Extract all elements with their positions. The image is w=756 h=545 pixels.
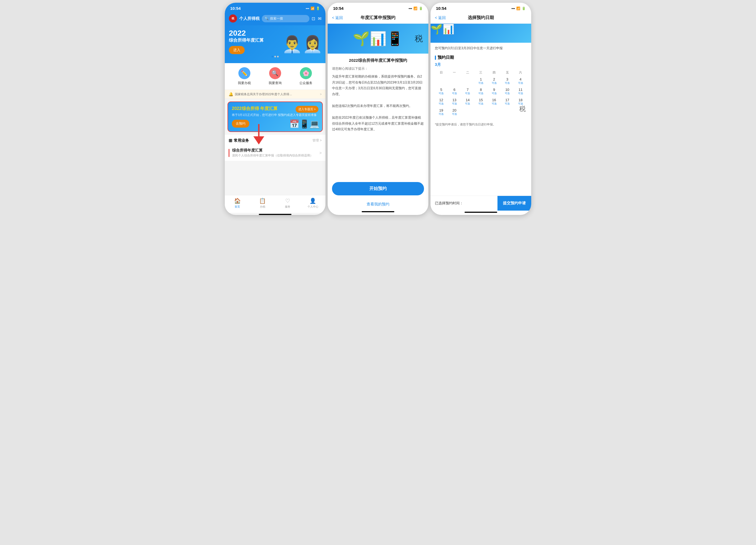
list-item-annual[interactable]: 综合所得年度汇算 居民个人综合所得年度汇算申报（仅取得境内综合所得适用） > (225, 145, 325, 161)
start-reserve-button[interactable]: 开始预约 (332, 182, 424, 195)
bottom-action: 已选择预约时间： 提交预约申请 (431, 196, 531, 211)
cal-num-1: 1 (480, 77, 482, 81)
home-indicator-2 (362, 211, 394, 212)
search-placeholder: 搜索一搜 (270, 16, 283, 21)
wifi-icon: 📶 (311, 7, 315, 10)
nav-title-2: 年度汇算申报预约 (361, 15, 395, 21)
cal-sub-9: 可选 (492, 92, 497, 95)
app-header: 税 个人所得税 🔍 搜索一搜 ⊡ ✉ (225, 12, 325, 25)
cal-cell-12[interactable]: 12 可选 (435, 97, 448, 107)
cal-sub-2: 可选 (492, 81, 497, 85)
phone-2: 10:54 ▪▪▪ 📶 🔋 < 返回 年度汇算申报预约 🌱📊📱 税 2022综合… (328, 3, 428, 215)
cal-num-6: 6 (453, 88, 455, 92)
nav-header-3: < 返回 选择预约日期 (431, 12, 531, 24)
service-nav-icon: ♡ (285, 198, 290, 204)
cal-cell-empty-3 (461, 76, 474, 86)
nav-service-label: 服务 (285, 205, 290, 209)
back-button-2[interactable]: < 返回 (332, 16, 343, 20)
service-tax[interactable]: ✏️ 我要办税 (229, 67, 260, 85)
cal-month: 3月 (435, 62, 527, 67)
cal-cell-10[interactable]: 10 可选 (501, 87, 514, 96)
cal-cell-19[interactable]: 19 可选 (435, 107, 448, 117)
banner-enter-button[interactable]: 进入 (229, 46, 245, 54)
goto-reserve-button[interactable]: 去预约 (232, 120, 249, 128)
nav-profile[interactable]: 👤 个人中心 (300, 198, 326, 209)
status-icons-2: ▪▪▪ 📶 🔋 (408, 7, 423, 10)
header-icons: ⊡ ✉ (312, 16, 321, 21)
cal-cell-20[interactable]: 20 可选 (448, 107, 461, 117)
cal-empty-r4-4 (501, 107, 514, 117)
red-arrow (251, 124, 267, 147)
promo-card[interactable]: 进入专题页 > 2022综合所得 年度汇算 将于3月1日正式开始，您可进行申 报… (228, 101, 323, 132)
notice-bar[interactable]: 🔔 国家税务总局关于办理2022年度个人所得... > (225, 90, 325, 99)
manage-label[interactable]: 管理 > (312, 138, 322, 143)
cal-header-wed: 三 (475, 69, 487, 76)
cal-cell-5[interactable]: 5 可选 (435, 87, 448, 96)
enter-topic-button[interactable]: 进入专题页 > (296, 106, 318, 113)
cal-num-5: 5 (440, 88, 442, 92)
hint-label-2: 请您耐心阅读以下提示： (332, 66, 424, 71)
profile-nav-icon: 👤 (309, 198, 316, 204)
cal-cell-7[interactable]: 7 可选 (461, 87, 474, 96)
service-query[interactable]: 🔍 我要查询 (260, 67, 290, 85)
cal-num-2: 2 (493, 77, 495, 81)
cal-num-20: 20 (453, 108, 456, 112)
scan-icon[interactable]: ⊡ (312, 16, 315, 21)
back-button-3[interactable]: < 返回 (435, 16, 446, 20)
cal-sub-10: 可选 (505, 92, 510, 95)
content-title-2: 2022综合所得年度汇算申报预约 (332, 58, 424, 63)
section-title: ⊞ 常用业务 (229, 138, 249, 143)
status-bar-3: 10:54 ▪▪▪ 📶 🔋 (431, 3, 531, 12)
date-hint-text: 您可预约3月1日至3月20日中任意一天进行申报 (435, 46, 503, 50)
cal-sub-6: 可选 (452, 92, 457, 95)
cal-cell-16[interactable]: 16 可选 (488, 97, 500, 107)
cal-sub-17: 可选 (505, 102, 510, 106)
phone-1: 10:54 ▪▪▪ 📶 🔋 税 个人所得税 🔍 搜索一搜 ⊡ ✉ 2022 综合… (225, 3, 325, 215)
cal-empty-r4-2 (475, 107, 487, 117)
cal-cell-13[interactable]: 13 可选 (448, 97, 461, 107)
cal-sub-3: 可选 (505, 81, 510, 85)
cal-cell-empty-2 (448, 76, 461, 86)
cal-cell-9[interactable]: 9 可选 (488, 87, 500, 96)
cal-header-fri: 五 (501, 69, 514, 76)
calendar-section: 预约日期 3月 日 一 二 三 四 五 六 1 可选 2 可选 (431, 52, 531, 120)
view-my-reserve-button[interactable]: 查看我的预约 (328, 200, 428, 209)
cal-empty-r4-3 (488, 107, 500, 117)
status-icons-1: ▪▪▪ 📶 🔋 (306, 7, 320, 10)
hero-decoration: 税 (415, 24, 428, 54)
banner-illustration: 👨‍💼👩‍💼 (282, 25, 323, 63)
cal-cell-15[interactable]: 15 可选 (475, 97, 487, 107)
cal-empty-r4-1 (461, 107, 474, 117)
cal-cell-6[interactable]: 6 可选 (448, 87, 461, 96)
signal-icon-2: ▪▪▪ (408, 7, 412, 10)
service-public[interactable]: 🌸 公众服务 (291, 67, 321, 85)
cal-cell-17[interactable]: 17 可选 (501, 97, 514, 107)
cal-sub-12: 可选 (439, 102, 444, 106)
content-2: 2022综合所得年度汇算申报预约 请您耐心阅读以下提示： 为提升年度汇算初期的办… (328, 54, 428, 178)
cal-num-8: 8 (480, 88, 482, 92)
cal-cell-14[interactable]: 14 可选 (461, 97, 474, 107)
phone-3: 10:54 ▪▪▪ 📶 🔋 < 返回 选择预约日期 🌱📊 税 您可预约3月1日至… (431, 3, 531, 215)
cal-num-12: 12 (439, 98, 443, 102)
hero-image-2: 🌱📊📱 税 (328, 24, 428, 54)
promo-subtitle: 将于3月1日正式开始，您可进行申 报预约或进入专题页提前准备 (232, 113, 318, 117)
bottom-nav: 🏠 首页 📋 办税 ♡ 服务 👤 个人中心 (225, 195, 325, 213)
date-hint: 您可预约3月1日至3月20日中任意一天进行申报 (431, 43, 531, 52)
nav-service[interactable]: ♡ 服务 (275, 198, 300, 209)
nav-profile-label: 个人中心 (308, 205, 318, 209)
calendar-grid: 日 一 二 三 四 五 六 1 可选 2 可选 3 可选 4 (435, 69, 527, 117)
grid-icon: ⊞ (229, 138, 232, 143)
dot-1 (272, 56, 273, 57)
cal-cell-1[interactable]: 1 可选 (475, 76, 487, 86)
nav-tax[interactable]: 📋 办税 (250, 198, 275, 209)
message-icon[interactable]: ✉ (318, 16, 321, 21)
search-box[interactable]: 🔍 搜索一搜 (262, 15, 309, 22)
hero-deco-3: 税 (519, 3, 531, 215)
nav-header-2: < 返回 年度汇算申报预约 (328, 12, 428, 24)
cal-cell-8[interactable]: 8 可选 (475, 87, 487, 96)
time-3: 10:54 (436, 6, 446, 11)
nav-home[interactable]: 🏠 首页 (225, 198, 250, 209)
cal-cell-2[interactable]: 2 可选 (488, 76, 500, 86)
cal-cell-3[interactable]: 3 可选 (501, 76, 514, 86)
cal-num-3: 3 (506, 77, 508, 81)
